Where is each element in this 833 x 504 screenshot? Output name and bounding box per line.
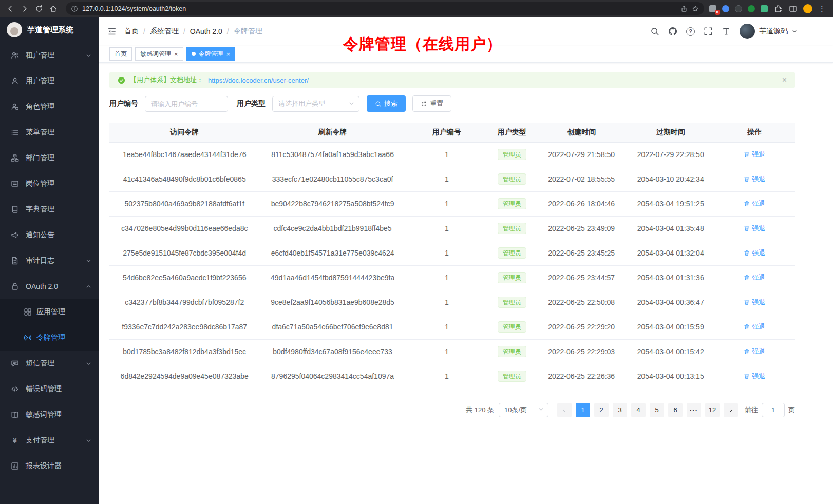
sidebar-item-oauth[interactable]: OAuth 2.0 [0,274,99,299]
sidebar-item-menu[interactable]: 菜单管理 [0,120,99,145]
tab-home[interactable]: 首页 [109,47,132,61]
force-logout-button[interactable]: 强退 [744,322,765,332]
page-button-1[interactable]: 1 [576,403,590,417]
cell-user-id: 1 [406,339,488,364]
sidebar-item-notice[interactable]: 通知公告 [0,222,99,248]
cell-expire-time: 2054-03-04 01:35:48 [627,216,714,241]
breadcrumb-home[interactable]: 首页 [124,27,139,36]
breadcrumb-oauth[interactable]: OAuth 2.0 [190,27,222,35]
user-type-select[interactable]: 请选择用户类型 [272,96,359,112]
chevron-up-icon [86,284,91,289]
cell-actions: 强退 [714,339,795,364]
close-icon[interactable]: × [174,51,178,57]
breadcrumb-system[interactable]: 系统管理 [150,27,179,36]
alert-close-icon[interactable]: × [782,76,787,84]
force-logout-button[interactable]: 强退 [744,248,765,258]
prev-page-button[interactable] [557,403,572,417]
sidebar-fold-icon[interactable] [107,27,117,36]
sidebar-item-oauth-tokens[interactable]: 令牌管理 [0,325,99,351]
sidebar-item-sms[interactable]: 短信管理 [0,351,99,376]
sidebar-item-sensitive-word[interactable]: 敏感词管理 [0,402,99,428]
cell-user-type: 管理员 [488,167,536,191]
force-logout-button[interactable]: 强退 [744,150,765,159]
cell-refresh-token: e6cfd40eb1f54571a31e775e039c4624 [259,241,405,265]
org-tree-icon [10,154,20,162]
user-id-input[interactable] [145,96,228,112]
github-icon[interactable] [668,27,677,36]
cell-user-id: 1 [406,191,488,216]
user-menu[interactable]: 芋道源码 [740,24,797,39]
force-logout-button[interactable]: 强退 [744,347,765,356]
doc-link[interactable]: https://doc.iocoder.cn/user-center/ [208,76,309,84]
browser-menu-icon[interactable]: ⋮ [818,4,826,13]
force-logout-button[interactable]: 强退 [744,224,765,233]
back-icon[interactable] [3,2,17,15]
cell-user-id: 1 [406,142,488,167]
sidebar-item-payment[interactable]: ¥ 支付管理 [0,428,99,453]
extension-adblock-icon[interactable]: 8 [709,5,716,12]
cell-actions: 强退 [714,167,795,191]
site-info-icon[interactable] [71,5,78,12]
next-page-button[interactable] [724,403,738,417]
app-logo[interactable]: 芋道管理系统 [0,17,99,43]
role-icon [10,103,20,111]
sidebar-item-tenant[interactable]: 租户管理 [0,43,99,68]
goto-page-input[interactable] [762,403,785,417]
cell-refresh-token: b0df4980ffd34c67a08f9156e4eee733 [259,339,405,364]
force-logout-button[interactable]: 强退 [744,298,765,307]
extension-dark-icon[interactable] [735,5,742,12]
browser-profile-avatar[interactable] [803,4,812,13]
close-icon[interactable]: × [226,51,231,57]
page-button-12[interactable]: 12 [705,403,720,417]
force-logout-button[interactable]: 强退 [744,372,765,381]
force-logout-button[interactable]: 强退 [744,175,765,184]
page-button-4[interactable]: 4 [631,403,646,417]
cell-user-id: 1 [406,265,488,290]
bookmark-star-icon[interactable] [692,5,699,12]
extension-vue-devtools-icon[interactable] [761,5,768,12]
cell-create-time: 2022-06-25 23:44:57 [536,265,627,290]
share-icon[interactable] [680,5,688,12]
user-type-label: 用户类型 [237,99,266,108]
tab-sensitive-word[interactable]: 敏感词管理 × [135,47,183,61]
sidebar-item-user[interactable]: 用户管理 [0,68,99,94]
cell-actions: 强退 [714,315,795,339]
user-type-tag: 管理员 [498,223,526,234]
address-bar[interactable]: 127.0.0.1:1024/system/oauth2/token [66,2,704,15]
cell-create-time: 2022-06-25 22:26:36 [536,364,627,389]
force-logout-button[interactable]: 强退 [744,199,765,208]
cell-user-type: 管理员 [488,265,536,290]
page-button-2[interactable]: 2 [594,403,609,417]
sidebar-item-role[interactable]: 角色管理 [0,94,99,120]
forward-icon[interactable] [17,2,32,15]
page-size-select[interactable]: 10条/页 [499,403,548,417]
extensions-puzzle-icon[interactable] [773,2,783,15]
sidebar-item-post[interactable]: 岗位管理 [0,171,99,197]
page-button-6[interactable]: 6 [668,403,683,417]
sidebar-item-error-code[interactable]: 错误码管理 [0,376,99,402]
font-size-icon[interactable] [722,27,731,36]
list-icon [10,128,20,137]
search-icon[interactable] [650,27,659,36]
tab-token[interactable]: 令牌管理 × [186,47,236,61]
search-button[interactable]: 搜索 [367,95,406,112]
extension-green-icon[interactable] [748,5,755,12]
page-button-5[interactable]: 5 [650,403,664,417]
sidebar-item-oauth-apps[interactable]: 应用管理 [0,299,99,325]
home-icon[interactable] [46,2,61,15]
extension-blue-icon[interactable] [722,5,729,12]
sidebar-item-dept[interactable]: 部门管理 [0,145,99,171]
side-panel-icon[interactable] [788,2,798,15]
page-button-3[interactable]: 3 [613,403,627,417]
fullscreen-icon[interactable] [704,27,713,36]
refresh-icon[interactable] [32,2,46,15]
sidebar: 芋道管理系统 租户管理 用户管理 角色管理 菜单管理 部 [0,17,99,504]
force-logout-button[interactable]: 强退 [744,273,765,282]
cell-actions: 强退 [714,216,795,241]
reset-button[interactable]: 重置 [412,95,451,112]
sidebar-item-audit-log[interactable]: 审计日志 [0,248,99,274]
sidebar-item-dict[interactable]: 字典管理 [0,197,99,222]
help-icon[interactable] [686,27,695,36]
more-pages-button[interactable]: ··· [687,403,701,417]
sidebar-item-report-designer[interactable]: 报表设计器 [0,453,99,479]
